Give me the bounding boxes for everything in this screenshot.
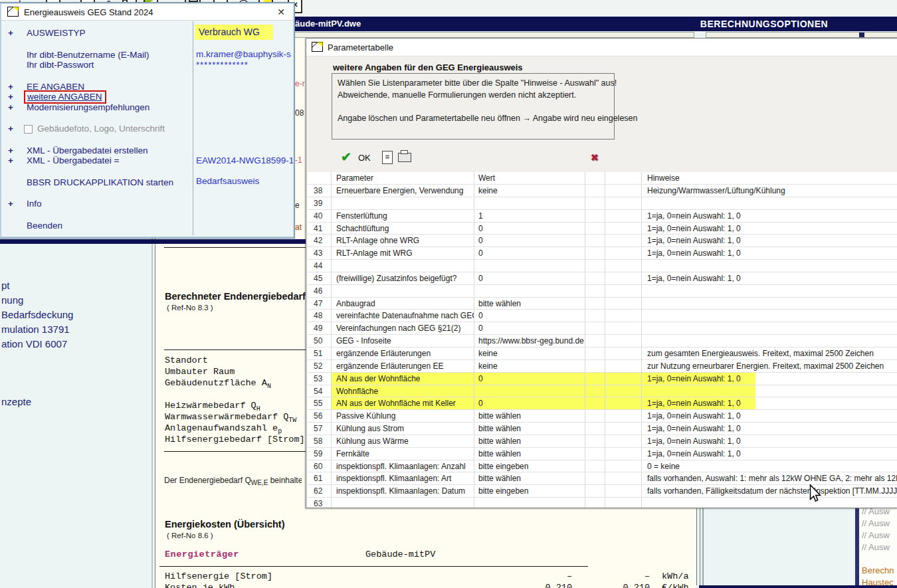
table-row-54[interactable]: 54Wohnfläche	[308, 385, 897, 398]
cell-wert[interactable]: https://www.bbsr-geg.bund.de	[474, 335, 585, 347]
table-row-41[interactable]: 41Schachtlüftung01=ja, 0=nein Auswahl: 1…	[308, 223, 897, 235]
menu-item-label[interactable]: XML - Übergabedatei =	[27, 155, 119, 165]
cell-wert[interactable]: 0	[474, 310, 585, 322]
cell-wert[interactable]: 1	[474, 210, 585, 223]
cell-wert[interactable]	[474, 385, 585, 398]
row-number[interactable]: 44	[308, 260, 332, 272]
cell-empty[interactable]	[605, 247, 642, 260]
menu-item-ihr-dibt-benutzername-e-mail[interactable]: Ihr dibt-Benutzername (E-Mail)	[1, 50, 193, 60]
cell-empty[interactable]	[605, 460, 642, 473]
horizontal-scrollbar[interactable]	[706, 32, 897, 38]
table-row-50[interactable]: 50GEG - Infoseitehttps://www.bbsr-geg.bu…	[308, 335, 897, 347]
cell-parameter[interactable]	[332, 285, 474, 298]
panel-item[interactable]: // Ausw	[862, 518, 890, 528]
table-row-38[interactable]: 38Erneuerbare Energien, VerwendungkeineH…	[308, 185, 897, 197]
row-number[interactable]: 40	[308, 210, 332, 223]
cell-parameter[interactable]: ergänzende Erläuterungen	[332, 347, 474, 360]
cell-empty[interactable]	[585, 423, 605, 435]
cell-empty[interactable]	[605, 210, 642, 223]
row-number[interactable]: 39	[308, 197, 332, 210]
menu-fragment[interactable]: Bedarfsdeckung	[1, 309, 73, 320]
table-row-42[interactable]: 42RLT-Anlage ohne WRG01=ja, 0=nein Auswa…	[308, 235, 897, 247]
cell-empty[interactable]	[585, 347, 605, 360]
table-row-44[interactable]: 44	[308, 260, 897, 272]
cell-empty[interactable]	[605, 448, 642, 460]
expand-plus-icon[interactable]: +	[8, 199, 13, 209]
table-row-51[interactable]: 51ergänzende Erläuterungenkeinezum gesam…	[308, 347, 897, 360]
cell-parameter[interactable]: inspektionspfl. Klimaanlagen: Anzahl	[332, 460, 474, 473]
table-row-40[interactable]: 40Fensterlüftung11=ja, 0=nein Auswahl: 1…	[308, 210, 897, 223]
cell-parameter[interactable]	[332, 498, 474, 508]
row-number[interactable]: 59	[308, 448, 332, 460]
cell-empty[interactable]	[605, 423, 642, 435]
menu-item-xml-bergabedatei[interactable]: +XML - Übergabedatei =	[1, 155, 193, 166]
cell-hinweise[interactable]	[642, 322, 897, 335]
expand-plus-icon[interactable]: +	[8, 102, 13, 112]
cell-empty[interactable]	[605, 498, 642, 508]
cell-hinweise[interactable]: 1=ja, 0=nein Auswahl: 1, 0	[642, 223, 897, 235]
cell-empty[interactable]	[605, 322, 642, 335]
cell-wert[interactable]: bitte wählen	[474, 410, 585, 423]
value-benutzername[interactable]: m.kramer@bauphysik-s	[196, 49, 293, 59]
expand-plus-icon[interactable]: +	[8, 92, 13, 102]
table-row-56[interactable]: 56Passive Kühlungbitte wählen1=ja, 0=nei…	[308, 410, 897, 423]
scrollbar-thumb[interactable]	[859, 33, 864, 37]
cell-hinweise[interactable]: zur Nutzung erneurbarer Energien. Freite…	[642, 360, 897, 373]
cell-empty[interactable]	[585, 373, 605, 385]
cell-wert[interactable]: 0	[474, 322, 585, 335]
row-number[interactable]: 45	[308, 272, 332, 285]
panel-item[interactable]: // Ausw	[862, 530, 890, 540]
table-row-53[interactable]: 53AN aus der Wohnfläche01=ja, 0=nein Aus…	[308, 373, 897, 385]
row-number[interactable]: 43	[308, 247, 332, 260]
menu-item-bbsr-druckapplikation-starten[interactable]: BBSR DRUCKAPPLIKATION starten	[1, 177, 193, 188]
row-number[interactable]: 41	[308, 223, 332, 235]
value-uebergabedatei[interactable]: EAW2014-NWG18599-1	[196, 155, 293, 165]
cell-parameter[interactable]: (freiwillige) Zusatzinfos beigefügt?	[332, 272, 474, 285]
cell-empty[interactable]	[605, 335, 642, 347]
cell-wert[interactable]: bitte eingeben	[474, 460, 585, 473]
cell-wert[interactable]: 0	[474, 223, 585, 235]
cell-parameter[interactable]: inspektionspfl. Klimaanlagen: Art	[332, 472, 474, 485]
row-number[interactable]: 55	[308, 397, 332, 410]
row-number[interactable]: 38	[308, 185, 332, 197]
row-number[interactable]: 48	[308, 310, 332, 322]
cell-parameter[interactable]: Erneuerbare Energien, Verwendung	[332, 185, 474, 197]
cell-empty[interactable]	[585, 498, 605, 508]
cell-hinweise[interactable]: 1=ja, 0=nein Auswahl: 1, 0	[642, 235, 897, 247]
cell-hinweise[interactable]: 1=ja, 0=nein Auswahl: 1, 0	[642, 210, 897, 223]
cell-empty[interactable]	[585, 185, 605, 197]
menu-item-label[interactable]: XML - Übergabedatei erstellen	[27, 146, 148, 155]
menu-item-info[interactable]: +Info	[1, 199, 193, 209]
row-number[interactable]: 46	[308, 285, 332, 298]
cell-hinweise[interactable]: Heizung/Warmwasser/Lüftung/Kühlung	[642, 185, 897, 197]
row-number[interactable]: 51	[308, 347, 332, 360]
print-icon[interactable]	[398, 153, 411, 162]
row-number[interactable]: 61	[308, 472, 332, 485]
cancel-icon[interactable]: ✖	[591, 152, 599, 163]
cell-empty[interactable]	[585, 448, 605, 460]
row-number[interactable]: 52	[308, 360, 332, 373]
cell-empty[interactable]	[585, 385, 605, 398]
close-icon[interactable]: ✕	[277, 7, 285, 17]
menu-fragment[interactable]: nzepte	[1, 396, 31, 407]
cell-wert[interactable]: bitte wählen	[474, 298, 585, 310]
cell-hinweise[interactable]	[642, 260, 897, 272]
cell-empty[interactable]	[605, 485, 642, 498]
cell-empty[interactable]	[605, 310, 642, 322]
cell-wert[interactable]	[474, 260, 585, 272]
expand-plus-icon[interactable]: +	[8, 28, 13, 38]
cell-empty[interactable]	[605, 223, 642, 235]
expand-plus-icon[interactable]: +	[8, 155, 13, 165]
cell-empty[interactable]	[585, 397, 605, 410]
cell-wert[interactable]	[474, 197, 585, 210]
cell-wert[interactable]: bitte eingeben	[474, 485, 585, 498]
row-number[interactable]: 54	[308, 385, 332, 398]
cell-empty[interactable]	[585, 360, 605, 373]
table-row-60[interactable]: 60inspektionspfl. Klimaanlagen: Anzahlbi…	[308, 460, 897, 473]
menu-fragment[interactable]: mulation 13791	[1, 324, 70, 335]
cell-hinweise[interactable]	[642, 310, 897, 322]
cell-empty[interactable]	[605, 298, 642, 310]
table-row-59[interactable]: 59Fernkältebitte wählen1=ja, 0=nein Ausw…	[308, 448, 897, 460]
cell-wert[interactable]: 0	[474, 247, 585, 260]
table-row-46[interactable]: 46	[308, 285, 897, 298]
